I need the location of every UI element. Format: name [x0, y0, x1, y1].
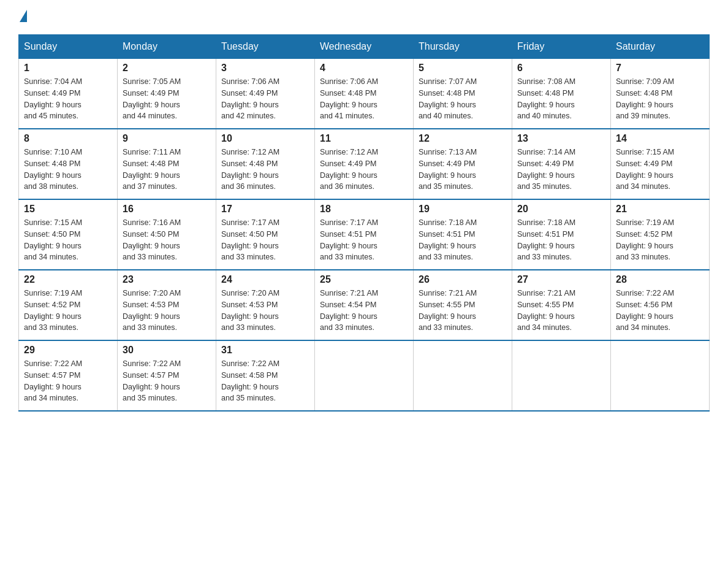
day-info: Sunrise: 7:19 AMSunset: 4:52 PMDaylight:… — [24, 289, 82, 332]
day-cell-21: 21 Sunrise: 7:19 AMSunset: 4:52 PMDaylig… — [611, 199, 710, 270]
day-info: Sunrise: 7:21 AMSunset: 4:54 PMDaylight:… — [320, 289, 378, 332]
day-cell-16: 16 Sunrise: 7:16 AMSunset: 4:50 PMDaylig… — [118, 199, 216, 270]
day-info: Sunrise: 7:20 AMSunset: 4:53 PMDaylight:… — [221, 289, 279, 332]
day-cell-19: 19 Sunrise: 7:18 AMSunset: 4:51 PMDaylig… — [414, 199, 512, 270]
weekday-header-monday: Monday — [118, 35, 216, 59]
day-number: 18 — [320, 204, 408, 215]
day-info: Sunrise: 7:04 AMSunset: 4:49 PMDaylight:… — [24, 77, 82, 120]
day-number: 2 — [123, 63, 211, 74]
day-info: Sunrise: 7:20 AMSunset: 4:53 PMDaylight:… — [123, 289, 181, 332]
day-number: 25 — [320, 274, 408, 285]
day-number: 11 — [320, 133, 408, 144]
day-cell-13: 13 Sunrise: 7:14 AMSunset: 4:49 PMDaylig… — [512, 129, 611, 199]
day-number: 12 — [419, 133, 507, 144]
day-number: 30 — [123, 345, 211, 356]
day-number: 8 — [24, 133, 112, 144]
weekday-header-sunday: Sunday — [19, 35, 118, 59]
day-number: 5 — [419, 63, 507, 74]
day-info: Sunrise: 7:22 AMSunset: 4:58 PMDaylight:… — [221, 359, 279, 402]
day-cell-12: 12 Sunrise: 7:13 AMSunset: 4:49 PMDaylig… — [414, 129, 512, 199]
weekday-header-saturday: Saturday — [611, 35, 710, 59]
day-cell-5: 5 Sunrise: 7:07 AMSunset: 4:48 PMDayligh… — [414, 59, 512, 129]
day-cell-15: 15 Sunrise: 7:15 AMSunset: 4:50 PMDaylig… — [19, 199, 118, 270]
day-number: 7 — [616, 63, 704, 74]
day-number: 14 — [616, 133, 704, 144]
day-cell-1: 1 Sunrise: 7:04 AMSunset: 4:49 PMDayligh… — [19, 59, 118, 129]
day-cell-23: 23 Sunrise: 7:20 AMSunset: 4:53 PMDaylig… — [118, 270, 216, 340]
day-number: 15 — [24, 204, 112, 215]
day-cell-7: 7 Sunrise: 7:09 AMSunset: 4:48 PMDayligh… — [611, 59, 710, 129]
day-number: 22 — [24, 274, 112, 285]
day-number: 3 — [221, 63, 309, 74]
day-number: 26 — [419, 274, 507, 285]
day-cell-29: 29 Sunrise: 7:22 AMSunset: 4:57 PMDaylig… — [19, 340, 118, 411]
day-number: 9 — [123, 133, 211, 144]
week-row-5: 29 Sunrise: 7:22 AMSunset: 4:57 PMDaylig… — [19, 340, 710, 411]
empty-cell — [611, 340, 710, 411]
day-cell-30: 30 Sunrise: 7:22 AMSunset: 4:57 PMDaylig… — [118, 340, 216, 411]
day-info: Sunrise: 7:05 AMSunset: 4:49 PMDaylight:… — [123, 77, 181, 120]
week-row-2: 8 Sunrise: 7:10 AMSunset: 4:48 PMDayligh… — [19, 129, 710, 199]
empty-cell — [315, 340, 414, 411]
day-cell-25: 25 Sunrise: 7:21 AMSunset: 4:54 PMDaylig… — [315, 270, 414, 340]
calendar-table: SundayMondayTuesdayWednesdayThursdayFrid… — [18, 34, 710, 412]
day-info: Sunrise: 7:18 AMSunset: 4:51 PMDaylight:… — [517, 218, 575, 261]
day-cell-2: 2 Sunrise: 7:05 AMSunset: 4:49 PMDayligh… — [118, 59, 216, 129]
day-info: Sunrise: 7:22 AMSunset: 4:57 PMDaylight:… — [24, 359, 82, 402]
day-number: 4 — [320, 63, 408, 74]
day-info: Sunrise: 7:12 AMSunset: 4:49 PMDaylight:… — [320, 148, 378, 191]
day-cell-14: 14 Sunrise: 7:15 AMSunset: 4:49 PMDaylig… — [611, 129, 710, 199]
day-number: 31 — [221, 345, 309, 356]
day-cell-24: 24 Sunrise: 7:20 AMSunset: 4:53 PMDaylig… — [216, 270, 315, 340]
week-row-1: 1 Sunrise: 7:04 AMSunset: 4:49 PMDayligh… — [19, 59, 710, 129]
weekday-header-row: SundayMondayTuesdayWednesdayThursdayFrid… — [19, 35, 710, 59]
day-number: 16 — [123, 204, 211, 215]
day-number: 6 — [517, 63, 605, 74]
empty-cell — [512, 340, 611, 411]
day-cell-3: 3 Sunrise: 7:06 AMSunset: 4:49 PMDayligh… — [216, 59, 315, 129]
day-cell-27: 27 Sunrise: 7:21 AMSunset: 4:55 PMDaylig… — [512, 270, 611, 340]
day-cell-28: 28 Sunrise: 7:22 AMSunset: 4:56 PMDaylig… — [611, 270, 710, 340]
day-number: 21 — [616, 204, 704, 215]
weekday-header-thursday: Thursday — [414, 35, 512, 59]
day-number: 10 — [221, 133, 309, 144]
day-cell-9: 9 Sunrise: 7:11 AMSunset: 4:48 PMDayligh… — [118, 129, 216, 199]
day-info: Sunrise: 7:08 AMSunset: 4:48 PMDaylight:… — [517, 77, 575, 120]
weekday-header-wednesday: Wednesday — [315, 35, 414, 59]
day-number: 29 — [24, 345, 112, 356]
day-info: Sunrise: 7:11 AMSunset: 4:48 PMDaylight:… — [123, 148, 181, 191]
week-row-3: 15 Sunrise: 7:15 AMSunset: 4:50 PMDaylig… — [19, 199, 710, 270]
day-cell-18: 18 Sunrise: 7:17 AMSunset: 4:51 PMDaylig… — [315, 199, 414, 270]
day-info: Sunrise: 7:10 AMSunset: 4:48 PMDaylight:… — [24, 148, 82, 191]
day-cell-31: 31 Sunrise: 7:22 AMSunset: 4:58 PMDaylig… — [216, 340, 315, 411]
day-number: 17 — [221, 204, 309, 215]
day-info: Sunrise: 7:15 AMSunset: 4:49 PMDaylight:… — [616, 148, 674, 191]
weekday-header-friday: Friday — [512, 35, 611, 59]
day-info: Sunrise: 7:15 AMSunset: 4:50 PMDaylight:… — [24, 218, 82, 261]
day-number: 27 — [517, 274, 605, 285]
day-number: 13 — [517, 133, 605, 144]
logo-triangle-icon — [20, 10, 27, 22]
day-number: 23 — [123, 274, 211, 285]
day-cell-17: 17 Sunrise: 7:17 AMSunset: 4:50 PMDaylig… — [216, 199, 315, 270]
day-info: Sunrise: 7:21 AMSunset: 4:55 PMDaylight:… — [517, 289, 575, 332]
day-info: Sunrise: 7:06 AMSunset: 4:49 PMDaylight:… — [221, 77, 279, 120]
week-row-4: 22 Sunrise: 7:19 AMSunset: 4:52 PMDaylig… — [19, 270, 710, 340]
day-cell-26: 26 Sunrise: 7:21 AMSunset: 4:55 PMDaylig… — [414, 270, 512, 340]
day-cell-22: 22 Sunrise: 7:19 AMSunset: 4:52 PMDaylig… — [19, 270, 118, 340]
day-info: Sunrise: 7:14 AMSunset: 4:49 PMDaylight:… — [517, 148, 575, 191]
empty-cell — [414, 340, 512, 411]
day-info: Sunrise: 7:22 AMSunset: 4:57 PMDaylight:… — [123, 359, 181, 402]
day-number: 28 — [616, 274, 704, 285]
day-info: Sunrise: 7:19 AMSunset: 4:52 PMDaylight:… — [616, 218, 674, 261]
day-info: Sunrise: 7:16 AMSunset: 4:50 PMDaylight:… — [123, 218, 181, 261]
day-cell-20: 20 Sunrise: 7:18 AMSunset: 4:51 PMDaylig… — [512, 199, 611, 270]
day-info: Sunrise: 7:17 AMSunset: 4:50 PMDaylight:… — [221, 218, 279, 261]
logo — [18, 12, 27, 22]
day-cell-8: 8 Sunrise: 7:10 AMSunset: 4:48 PMDayligh… — [19, 129, 118, 199]
day-info: Sunrise: 7:22 AMSunset: 4:56 PMDaylight:… — [616, 289, 674, 332]
day-info: Sunrise: 7:09 AMSunset: 4:48 PMDaylight:… — [616, 77, 674, 120]
day-info: Sunrise: 7:06 AMSunset: 4:48 PMDaylight:… — [320, 77, 378, 120]
day-cell-10: 10 Sunrise: 7:12 AMSunset: 4:48 PMDaylig… — [216, 129, 315, 199]
day-number: 24 — [221, 274, 309, 285]
